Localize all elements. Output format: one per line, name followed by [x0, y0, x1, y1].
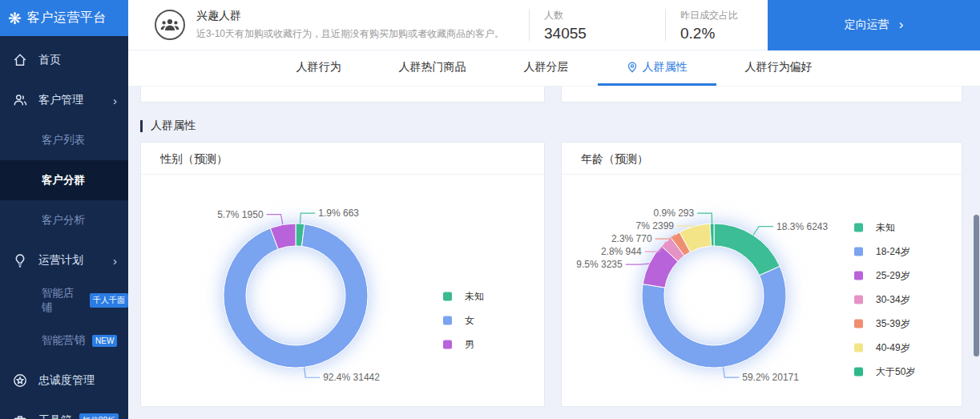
- sidebar-item-badge: 千人千面: [90, 293, 128, 308]
- stat-yesterday-deal-ratio: 昨日成交占比 0.2%: [665, 9, 757, 41]
- stat-label: 昨日成交占比: [680, 9, 757, 22]
- bulb-icon: [13, 253, 28, 268]
- sidebar-item-smart-shop[interactable]: 智能店铺千人千面: [0, 280, 128, 320]
- legend-label: 大于50岁: [876, 365, 915, 379]
- legend-label: 40-49岁: [876, 341, 910, 355]
- sidebar-item-loyalty-management[interactable]: 忠诚度管理: [0, 361, 128, 401]
- gender-chart-area: 5.7% 19501.9% 66392.4% 31442 未知女男: [141, 175, 544, 406]
- segment-value-label: 1.9% 663: [318, 207, 359, 219]
- sidebar-item-home[interactable]: 首页: [0, 40, 128, 80]
- chevron-right-icon: ›: [113, 94, 117, 107]
- segment-value-label: 2.3% 770: [611, 233, 652, 244]
- sidebar-nav: 首页客户管理›客户列表客户分群客户分析运营计划›智能店铺千人千面智能营销NEW忠…: [0, 36, 128, 419]
- legend-label: 未知: [876, 221, 895, 235]
- customers-icon: [13, 93, 28, 107]
- legend-item[interactable]: 18-24岁: [854, 245, 915, 259]
- sidebar-item-label: 智能营销: [42, 333, 85, 348]
- legend-item[interactable]: 未知: [854, 221, 915, 235]
- sidebar-item-label: 智能店铺: [42, 286, 83, 315]
- legend-item[interactable]: 女: [443, 314, 484, 328]
- crowd-tabbar: 人群行为人群热门商品人群分层人群属性人群行为偏好: [128, 50, 980, 87]
- legend-item[interactable]: 未知: [443, 290, 484, 304]
- legend-item[interactable]: 30-34岁: [854, 293, 915, 307]
- scrollbar-thumb[interactable]: [974, 215, 979, 357]
- targeted-operation-button[interactable]: 定向运营 ›: [768, 0, 980, 50]
- app-title: 客户运营平台: [27, 10, 107, 26]
- legend-label: 女: [465, 314, 474, 328]
- sidebar-item-smart-marketing[interactable]: 智能营销NEW: [0, 320, 128, 361]
- stat-value: 0.2%: [680, 25, 757, 42]
- app-logo-icon: ❋: [8, 10, 22, 26]
- previous-card-remnant-right: [561, 87, 962, 103]
- chevron-right-icon: ›: [113, 254, 117, 268]
- toolbox-icon: [13, 413, 28, 419]
- legend-item[interactable]: 25-29岁: [854, 269, 915, 283]
- sidebar-item-customer-segments[interactable]: 客户分群: [0, 160, 128, 200]
- label-leader-line: [304, 367, 321, 377]
- sidebar-item-label: 客户分析: [42, 213, 85, 228]
- section-title-text: 人群属性: [151, 119, 196, 133]
- segment-value-label: 59.2% 20171: [742, 372, 799, 383]
- tab-label: 人群行为偏好: [745, 60, 813, 75]
- star-icon: [13, 373, 28, 388]
- donut-segment-未知[interactable]: [714, 224, 780, 276]
- tab-crowd-behavior[interactable]: 人群行为: [268, 50, 370, 86]
- legend-item[interactable]: 男: [443, 338, 484, 352]
- stat-label: 人数: [544, 9, 665, 22]
- segment-value-label: 92.4% 31442: [323, 372, 380, 383]
- tab-label: 人群热门商品: [399, 60, 466, 75]
- crowd-header: 兴趣人群 近3-10天有加购或收藏行为，且近期没有购买加购或者收藏商品的客户。 …: [128, 0, 980, 50]
- tab-crowd-behavior-preference[interactable]: 人群行为偏好: [716, 50, 841, 86]
- sidebar-item-customer-analysis[interactable]: 客户分析: [0, 200, 128, 240]
- people-group-icon: [159, 15, 180, 34]
- tab-label: 人群属性: [643, 60, 688, 75]
- legend-label: 未知: [465, 290, 484, 304]
- sidebar: ❋ 客户运营平台 首页客户管理›客户列表客户分群客户分析运营计划›智能店铺千人千…: [0, 0, 128, 419]
- tab-label: 人群行为: [296, 60, 341, 75]
- legend-swatch: [854, 320, 863, 328]
- label-leader-line: [300, 213, 316, 224]
- label-leader-line: [697, 213, 712, 224]
- label-leader-line: [267, 215, 283, 225]
- legend-swatch: [854, 272, 863, 280]
- section-title-bar: [140, 120, 143, 132]
- chevron-right-icon: ›: [899, 17, 904, 33]
- legend-swatch: [443, 340, 452, 349]
- legend-swatch: [854, 344, 863, 353]
- legend-item[interactable]: 40-49岁: [854, 341, 915, 355]
- sidebar-item-operation-plan[interactable]: 运营计划›: [0, 240, 128, 280]
- label-leader-line: [724, 367, 740, 377]
- age-card-title: 年龄（预测）: [562, 143, 962, 175]
- stat-people-count: 人数 34055: [529, 9, 665, 41]
- segment-value-label: 2.8% 944: [601, 246, 642, 257]
- section-title: 人群属性: [140, 119, 196, 133]
- segment-value-label: 7% 2399: [636, 220, 675, 232]
- sidebar-item-label: 运营计划: [38, 253, 83, 268]
- legend-swatch: [443, 292, 452, 301]
- age-chart-card: 年龄（预测） 0.9% 2937% 23992.3% 7702.8% 9449.…: [561, 142, 962, 407]
- sidebar-item-toolbox[interactable]: 工具箱短信88折: [0, 401, 128, 419]
- legend-item[interactable]: 35-39岁: [854, 317, 915, 331]
- tab-label: 人群分层: [524, 60, 569, 75]
- legend-swatch: [854, 248, 863, 256]
- content-area: 人群属性 性别（预测） 5.7% 19501.9% 66392.4% 31442…: [128, 87, 980, 419]
- gender-chart-card: 性别（预测） 5.7% 19501.9% 66392.4% 31442 未知女男: [140, 142, 545, 407]
- label-leader-line: [753, 227, 773, 236]
- sidebar-item-customer-list[interactable]: 客户列表: [0, 120, 128, 160]
- segment-value-label: 18.3% 6243: [776, 221, 828, 232]
- sidebar-item-label: 首页: [38, 53, 61, 67]
- tab-crowd-layers[interactable]: 人群分层: [495, 50, 598, 86]
- home-icon: [13, 53, 28, 67]
- tab-crowd-hot-items[interactable]: 人群热门商品: [370, 50, 495, 86]
- tab-crowd-attributes[interactable]: 人群属性: [598, 50, 716, 86]
- main-panel: 兴趣人群 近3-10天有加购或收藏行为，且近期没有购买加购或者收藏商品的客户。 …: [128, 0, 980, 419]
- legend-item[interactable]: 大于50岁: [854, 365, 915, 379]
- gender-legend: 未知女男: [443, 290, 484, 352]
- sidebar-item-customer-management[interactable]: 客户管理›: [0, 80, 128, 120]
- gender-card-title: 性别（预测）: [141, 143, 544, 175]
- sidebar-item-label: 忠诚度管理: [38, 373, 95, 388]
- legend-swatch: [443, 316, 452, 325]
- sidebar-item-badge: 短信88折: [79, 413, 119, 419]
- legend-swatch: [854, 296, 863, 304]
- legend-swatch: [854, 368, 863, 377]
